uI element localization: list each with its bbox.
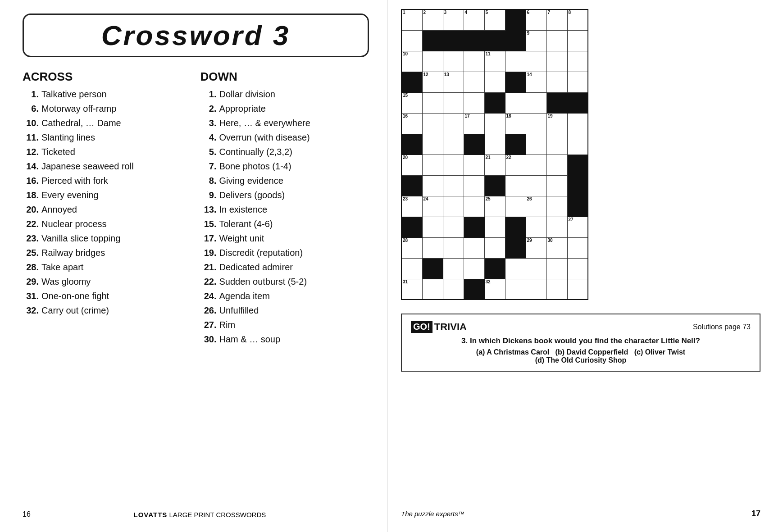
grid-cell[interactable] (443, 279, 464, 300)
grid-cell[interactable] (526, 258, 546, 279)
grid-cell[interactable] (484, 72, 505, 92)
grid-cell[interactable] (422, 113, 443, 134)
grid-cell[interactable]: 14 (526, 72, 546, 92)
grid-cell[interactable]: 7 (546, 9, 567, 30)
grid-cell[interactable]: 11 (484, 51, 505, 72)
grid-cell[interactable] (443, 92, 464, 113)
grid-cell[interactable] (443, 51, 464, 72)
grid-cell[interactable] (567, 134, 588, 155)
grid-cell[interactable] (526, 175, 546, 196)
grid-cell[interactable] (484, 113, 505, 134)
grid-cell[interactable] (464, 51, 484, 72)
grid-cell[interactable] (464, 237, 484, 258)
grid-cell[interactable] (526, 279, 546, 300)
grid-cell[interactable] (401, 30, 422, 51)
grid-cell[interactable] (422, 279, 443, 300)
grid-cell[interactable] (505, 92, 526, 113)
grid-cell[interactable]: 15 (401, 92, 422, 113)
grid-cell[interactable] (505, 196, 526, 217)
grid-cell[interactable] (546, 155, 567, 175)
grid-cell[interactable] (422, 237, 443, 258)
grid-cell[interactable] (546, 196, 567, 217)
grid-cell[interactable]: 23 (401, 196, 422, 217)
grid-cell[interactable] (443, 237, 464, 258)
grid-cell[interactable]: 6 (526, 9, 546, 30)
grid-cell[interactable] (464, 196, 484, 217)
grid-cell[interactable] (484, 237, 505, 258)
grid-cell[interactable] (464, 92, 484, 113)
grid-cell[interactable]: 3 (443, 9, 464, 30)
grid-cell[interactable]: 12 (422, 72, 443, 92)
grid-cell[interactable] (443, 155, 464, 175)
grid-cell[interactable]: 27 (567, 217, 588, 237)
grid-cell[interactable] (546, 217, 567, 237)
grid-cell[interactable] (464, 175, 484, 196)
grid-cell[interactable]: 18 (505, 113, 526, 134)
grid-cell[interactable]: 31 (401, 279, 422, 300)
grid-cell[interactable]: 16 (401, 113, 422, 134)
grid-cell[interactable] (546, 30, 567, 51)
grid-cell[interactable]: 8 (567, 9, 588, 30)
grid-cell[interactable] (443, 258, 464, 279)
grid-cell[interactable]: 1 (401, 9, 422, 30)
grid-cell[interactable] (422, 155, 443, 175)
grid-cell[interactable] (567, 258, 588, 279)
grid-cell[interactable]: 13 (443, 72, 464, 92)
grid-cell[interactable]: 22 (505, 155, 526, 175)
grid-cell[interactable] (443, 113, 464, 134)
grid-cell[interactable] (546, 51, 567, 72)
grid-cell[interactable] (505, 279, 526, 300)
grid-cell[interactable] (505, 51, 526, 72)
grid-cell[interactable] (546, 279, 567, 300)
grid-cell[interactable]: 17 (464, 113, 484, 134)
grid-cell[interactable] (505, 258, 526, 279)
grid-cell[interactable] (443, 175, 464, 196)
grid-cell[interactable] (526, 217, 546, 237)
grid-cell[interactable]: 24 (422, 196, 443, 217)
grid-cell[interactable] (401, 258, 422, 279)
grid-cell[interactable]: 26 (526, 196, 546, 217)
grid-cell[interactable] (422, 175, 443, 196)
grid-cell[interactable] (546, 72, 567, 92)
grid-cell[interactable] (567, 279, 588, 300)
grid-cell[interactable] (526, 51, 546, 72)
grid-cell[interactable]: 5 (484, 9, 505, 30)
grid-cell[interactable] (464, 155, 484, 175)
grid-cell[interactable]: 21 (484, 155, 505, 175)
grid-cell[interactable] (422, 51, 443, 72)
grid-cell[interactable]: 20 (401, 155, 422, 175)
grid-cell[interactable] (464, 258, 484, 279)
grid-cell[interactable] (567, 51, 588, 72)
grid-cell[interactable] (567, 72, 588, 92)
grid-cell[interactable]: 32 (484, 279, 505, 300)
grid-cell[interactable] (567, 30, 588, 51)
grid-cell[interactable]: 29 (526, 237, 546, 258)
grid-cell[interactable] (546, 175, 567, 196)
grid-cell[interactable]: 4 (464, 9, 484, 30)
grid-cell[interactable] (484, 134, 505, 155)
grid-cell[interactable] (422, 134, 443, 155)
grid-cell[interactable] (443, 217, 464, 237)
grid-cell[interactable] (505, 175, 526, 196)
grid-cell[interactable] (464, 72, 484, 92)
grid-cell[interactable] (422, 92, 443, 113)
grid-cell[interactable] (526, 92, 546, 113)
grid-cell[interactable] (567, 113, 588, 134)
grid-cell[interactable] (526, 113, 546, 134)
grid-cell[interactable] (443, 196, 464, 217)
grid-cell[interactable] (443, 134, 464, 155)
grid-cell[interactable] (546, 134, 567, 155)
grid-cell[interactable] (422, 217, 443, 237)
grid-cell[interactable] (526, 155, 546, 175)
grid-cell[interactable]: 25 (484, 196, 505, 217)
grid-cell[interactable] (546, 258, 567, 279)
grid-cell[interactable]: 10 (401, 51, 422, 72)
grid-cell[interactable] (526, 134, 546, 155)
grid-cell[interactable] (567, 237, 588, 258)
grid-cell[interactable]: 2 (422, 9, 443, 30)
grid-cell[interactable]: 19 (546, 113, 567, 134)
grid-cell[interactable]: 28 (401, 237, 422, 258)
grid-cell[interactable] (484, 217, 505, 237)
grid-cell[interactable]: 9 (526, 30, 546, 51)
grid-cell[interactable]: 30 (546, 237, 567, 258)
